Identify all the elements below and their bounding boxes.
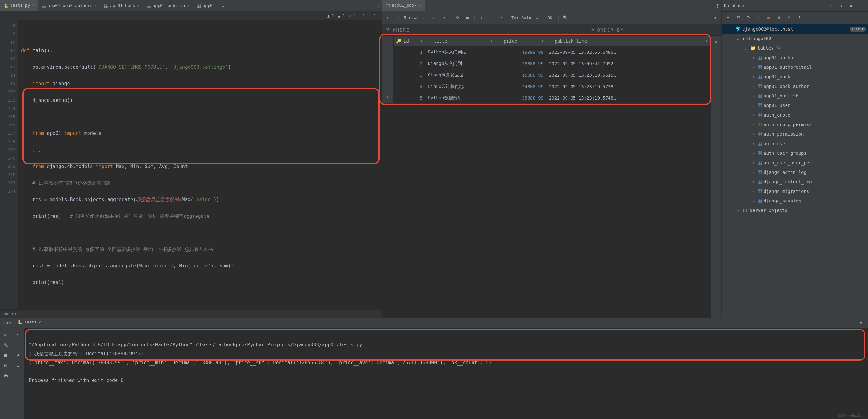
tab-truncated[interactable]: app01 — [193, 0, 219, 11]
close-icon[interactable]: × — [95, 3, 97, 8]
run-output[interactable]: "/Applications/Python 3.8/IDLE.app/Conte… — [24, 328, 868, 419]
stop-icon[interactable]: ■ — [464, 14, 471, 22]
hide-panel-icon[interactable]: — — [858, 2, 865, 9]
close-icon[interactable]: × — [418, 3, 421, 8]
cell-publish-time[interactable]: 2022-09-05 13:23:19.5738… — [547, 81, 710, 92]
table-node[interactable]: ›auth_group — [721, 110, 868, 120]
table-node[interactable]: ›auth_user_groups — [721, 149, 868, 158]
tab-data-book[interactable]: app01_book × — [382, 0, 425, 11]
table-node[interactable]: ›app01_book_author — [721, 82, 868, 91]
server-objects-node[interactable]: › ▮▮ Server Objects — [721, 206, 868, 215]
breadcrumb[interactable]: main() — [0, 310, 382, 318]
stop-run-icon[interactable]: ■ — [2, 351, 9, 359]
tx-mode-label[interactable]: Tx: Auto — [512, 15, 531, 20]
refresh-icon[interactable]: ⟳ — [454, 14, 462, 22]
table-node[interactable]: ›django_migrations — [721, 187, 868, 196]
tx-dropdown-icon[interactable]: ⌄ — [533, 14, 541, 22]
tab-publish[interactable]: app01_publish × — [143, 0, 193, 11]
row-count-label[interactable]: 5 rows — [404, 15, 419, 20]
database-tree[interactable]: ⌄ 🐬 django002@localhost 1 of 8 ⌄ ▮ djang… — [721, 23, 868, 318]
next-page-icon[interactable]: › — [430, 14, 438, 22]
table-row[interactable]: 11Python从入门到挂19999.882022-09-05 13:02:55… — [382, 46, 710, 58]
revert-icon[interactable]: ↶ — [497, 14, 505, 22]
run-tab[interactable]: tests × — [18, 320, 41, 326]
tabs-more-dropdown[interactable]: ⌄ — [219, 2, 227, 9]
soft-wrap-icon[interactable]: ↲ — [14, 351, 22, 359]
ddl-button[interactable]: DDL — [548, 15, 555, 20]
down-icon[interactable]: ↓ — [14, 341, 22, 349]
add-datasource-icon[interactable]: + — [724, 13, 732, 21]
cell-price[interactable]: 15888.99 — [495, 69, 547, 80]
cell-title[interactable]: Linux云计算倒地 — [425, 81, 495, 92]
scroll-to-end-icon[interactable]: ⤓ — [14, 361, 22, 369]
tab-book[interactable]: app01_book × — [101, 0, 143, 11]
last-page-icon[interactable]: ⇥ — [440, 14, 447, 22]
add-row-icon[interactable]: + — [478, 14, 486, 22]
settings-icon[interactable]: ✱ — [711, 14, 719, 22]
table-row[interactable]: 55Python数据分析38888.992022-09-05 13:23:19.… — [382, 92, 710, 104]
prev-highlight-icon[interactable]: ˄ — [360, 12, 367, 20]
order-by-filter[interactable]: ≡ ORDER BY — [587, 24, 721, 35]
table-node[interactable]: ›auth_group_permiss — [721, 120, 868, 129]
cell-title[interactable]: Django从入门到 — [425, 58, 495, 69]
table-node[interactable]: ›django_admin_log — [721, 167, 868, 177]
datasource-node[interactable]: ⌄ 🐬 django002@localhost 1 of 8 — [721, 24, 868, 34]
table-node[interactable]: ›auth_user_user_per — [721, 158, 868, 167]
wrench-icon[interactable]: 🔧 — [2, 341, 9, 349]
tabs-menu-icon[interactable]: ⋮ — [374, 2, 382, 9]
cell-publish-time[interactable]: 2022-09-05 13:09:41.7952… — [547, 58, 710, 69]
table-node[interactable]: ›auth_user — [721, 139, 868, 149]
column-id[interactable]: 🔑id◆ — [394, 36, 425, 46]
cell-id[interactable]: 1 — [394, 46, 425, 58]
stop-db-icon[interactable]: ■ — [765, 13, 773, 21]
column-price[interactable]: price◆ — [495, 36, 547, 46]
cell-publish-time[interactable]: 2022-09-05 13:23:19.5748… — [547, 92, 710, 103]
table-node[interactable]: ›app01_book — [721, 72, 868, 82]
tab-book-authors[interactable]: app01_book_authors × — [38, 0, 101, 11]
table-row[interactable]: 22Django从入门到28888.992022-09-05 13:09:41.… — [382, 58, 710, 69]
tab-tests-py[interactable]: tests.py × — [0, 0, 38, 11]
table-node[interactable]: ›app01_publish — [721, 91, 868, 101]
table-node[interactable]: ›app01_author — [721, 53, 868, 62]
close-icon[interactable]: × — [187, 3, 189, 8]
cell-price[interactable]: 28888.99 — [495, 58, 547, 69]
row-num-header[interactable] — [382, 36, 394, 46]
filter-icon[interactable]: ≡ — [848, 2, 855, 9]
schema-node[interactable]: ⌄ ▮ django002 — [721, 34, 868, 43]
cell-publish-time[interactable]: 2022-09-05 13:23:19.5615… — [547, 69, 710, 80]
duplicate-icon[interactable]: ⧉ — [734, 13, 742, 21]
run-settings-icon[interactable]: ⚙ — [857, 319, 865, 327]
target-icon[interactable]: ◎ — [827, 2, 835, 9]
table-node[interactable]: ›app01_authordetail — [721, 62, 868, 72]
table-node[interactable]: ›django_session — [721, 196, 868, 206]
typo-check-icon[interactable]: ✓ 2 — [349, 14, 356, 18]
warning-icon[interactable]: ▲ 1 — [327, 14, 334, 18]
where-filter[interactable]: ⧩ WHERE — [382, 24, 587, 35]
collapse-icon[interactable]: ⇟ — [837, 2, 845, 9]
cell-publish-time[interactable]: 2022-09-05 13:02:55.6486… — [547, 46, 710, 58]
first-page-icon[interactable]: ⇤ — [385, 14, 392, 22]
cell-id[interactable]: 4 — [394, 81, 425, 92]
table-node[interactable]: ›auth_permission — [721, 129, 868, 139]
weak-warning-icon[interactable]: ▲ 1 — [338, 14, 345, 18]
close-icon[interactable]: × — [38, 320, 41, 324]
db-more-icon[interactable]: ⋮ — [796, 13, 803, 21]
refresh-db-icon[interactable]: ⟳ — [744, 13, 752, 21]
tables-folder[interactable]: ⌄ 📁 tables 16 — [721, 43, 868, 53]
code-content[interactable]: def main(): os.environ.setdefault('DJANG… — [19, 20, 382, 310]
search-icon[interactable]: 🔍 — [562, 14, 569, 22]
table-row[interactable]: 33Glang高并发去世15888.992022-09-05 13:23:19.… — [382, 69, 710, 81]
delete-row-icon[interactable]: − — [488, 14, 495, 22]
cell-price[interactable]: 19999.88 — [495, 46, 547, 58]
prev-page-icon[interactable]: ‹ — [394, 14, 402, 22]
close-icon[interactable]: × — [32, 3, 34, 8]
column-title[interactable]: title◆ — [425, 36, 495, 46]
cell-id[interactable]: 2 — [394, 58, 425, 69]
cell-price[interactable]: 24888.99 — [495, 81, 547, 92]
table-node[interactable]: ›app01_user — [721, 101, 868, 110]
layout-icon[interactable]: ▤ — [2, 361, 9, 369]
cell-title[interactable]: Python从入门到挂 — [425, 46, 495, 58]
cell-id[interactable]: 5 — [394, 92, 425, 103]
edit-icon[interactable]: ✎ — [785, 13, 793, 21]
rerun-icon[interactable]: ▶ — [2, 331, 9, 339]
